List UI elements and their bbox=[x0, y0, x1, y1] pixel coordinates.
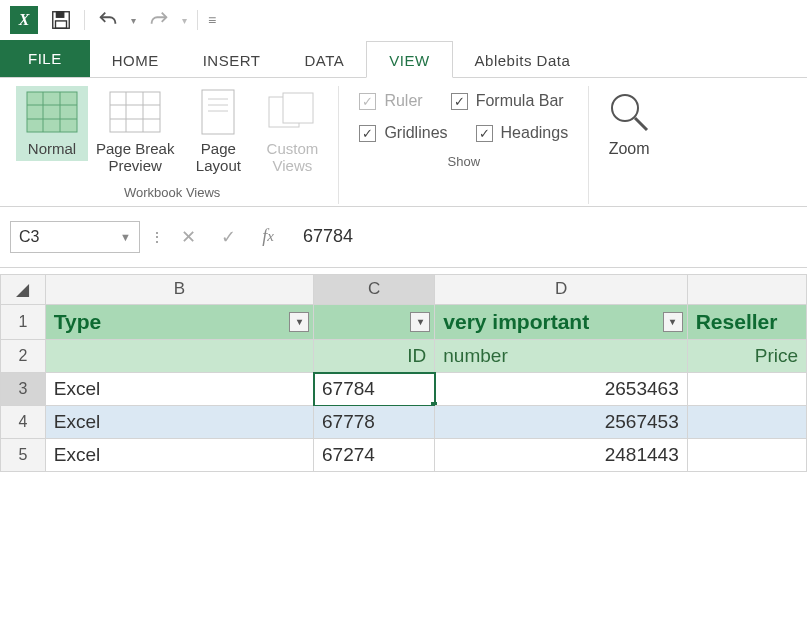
formula-bar-resize-icon[interactable]: ⋮ bbox=[150, 229, 163, 245]
cell[interactable]: Type ▾ bbox=[46, 305, 314, 340]
page-layout-label: Page Layout bbox=[196, 140, 241, 175]
name-box-dropdown-icon[interactable]: ▼ bbox=[120, 231, 131, 243]
page-break-label: Page Break Preview bbox=[96, 140, 174, 175]
filter-dropdown-icon[interactable]: ▾ bbox=[410, 312, 430, 332]
cell[interactable]: Price bbox=[688, 340, 807, 373]
checkbox-icon: ✓ bbox=[359, 125, 376, 142]
col-header-b[interactable]: B bbox=[46, 274, 314, 305]
excel-logo-icon bbox=[10, 6, 38, 34]
tab-ablebits-data[interactable]: Ablebits Data bbox=[453, 42, 593, 77]
table-row: 1 Type ▾ ▾ very important ▾ Reseller bbox=[0, 305, 807, 340]
svg-rect-8 bbox=[110, 92, 160, 132]
cell-value: 2653463 bbox=[605, 378, 679, 400]
enter-button[interactable]: ✓ bbox=[213, 224, 243, 250]
cell-value: 67784 bbox=[322, 378, 375, 400]
headings-label: Headings bbox=[501, 124, 569, 142]
cell[interactable]: Reseller bbox=[688, 305, 807, 340]
cell[interactable]: number bbox=[435, 340, 687, 373]
custom-views-icon bbox=[264, 90, 320, 134]
zoom-icon bbox=[607, 90, 651, 134]
worksheet-grid[interactable]: ◢ B C D 1 Type ▾ ▾ very important ▾ Rese… bbox=[0, 274, 807, 472]
svg-rect-18 bbox=[283, 93, 313, 123]
group-label-show: Show bbox=[448, 148, 481, 173]
select-all-corner[interactable]: ◢ bbox=[0, 274, 46, 305]
row-header-5[interactable]: 5 bbox=[0, 439, 46, 472]
cell-selected[interactable]: 67784 bbox=[314, 373, 435, 406]
cell[interactable]: Excel bbox=[46, 373, 314, 406]
save-icon[interactable] bbox=[48, 7, 74, 33]
cell[interactable]: ▾ bbox=[314, 305, 435, 340]
filter-dropdown-icon[interactable]: ▾ bbox=[289, 312, 309, 332]
customize-qat-icon[interactable]: ≡ bbox=[208, 12, 216, 28]
svg-line-20 bbox=[635, 118, 647, 130]
ruler-checkbox: ✓ Ruler bbox=[359, 92, 422, 110]
row-header-2[interactable]: 2 bbox=[0, 340, 46, 373]
col-header-c[interactable]: C bbox=[314, 274, 435, 305]
ribbon: Normal Page Break Preview Page Layout Cu… bbox=[0, 78, 807, 207]
table-row: 3 Excel 67784 2653463 bbox=[0, 373, 807, 406]
cell[interactable]: 67274 bbox=[314, 439, 435, 472]
filter-dropdown-icon[interactable]: ▾ bbox=[663, 312, 683, 332]
cell[interactable]: 2481443 bbox=[435, 439, 687, 472]
cell-value: number bbox=[443, 345, 507, 367]
name-box-value: C3 bbox=[19, 228, 39, 246]
cell-value: very important bbox=[443, 310, 589, 334]
undo-dropdown-icon[interactable]: ▾ bbox=[131, 15, 136, 26]
group-zoom: Zoom bbox=[589, 86, 669, 204]
checkbox-icon: ✓ bbox=[451, 93, 468, 110]
zoom-button[interactable]: Zoom bbox=[599, 86, 659, 162]
row-header-3[interactable]: 3 bbox=[0, 373, 46, 406]
formula-bar-checkbox[interactable]: ✓ Formula Bar bbox=[451, 92, 564, 110]
headings-checkbox[interactable]: ✓ Headings bbox=[476, 124, 569, 142]
formula-input[interactable] bbox=[293, 221, 797, 253]
checkbox-icon: ✓ bbox=[359, 93, 376, 110]
gridlines-checkbox[interactable]: ✓ Gridlines bbox=[359, 124, 447, 142]
page-break-preview-button[interactable]: Page Break Preview bbox=[90, 86, 180, 179]
table-row: 5 Excel 67274 2481443 bbox=[0, 439, 807, 472]
col-header-d[interactable]: D bbox=[435, 274, 687, 305]
svg-point-19 bbox=[612, 95, 638, 121]
cell[interactable]: Excel bbox=[46, 406, 314, 439]
cell[interactable]: very important ▾ bbox=[435, 305, 687, 340]
row-header-1[interactable]: 1 bbox=[0, 305, 46, 340]
page-layout-button[interactable]: Page Layout bbox=[182, 86, 254, 179]
separator bbox=[197, 10, 198, 30]
col-header-e[interactable] bbox=[688, 274, 807, 305]
cell[interactable]: 67778 bbox=[314, 406, 435, 439]
cell[interactable]: ID bbox=[314, 340, 435, 373]
cell[interactable] bbox=[688, 406, 807, 439]
cell[interactable] bbox=[46, 340, 314, 373]
separator bbox=[84, 10, 85, 30]
cell-value: 67778 bbox=[322, 411, 375, 433]
cell-value: Type bbox=[54, 310, 101, 334]
cell-value: ID bbox=[407, 345, 426, 367]
redo-icon[interactable] bbox=[146, 7, 172, 33]
redo-dropdown-icon[interactable]: ▾ bbox=[182, 15, 187, 26]
row-header-4[interactable]: 4 bbox=[0, 406, 46, 439]
svg-rect-13 bbox=[202, 90, 234, 134]
cancel-button[interactable]: ✕ bbox=[173, 224, 203, 250]
cell[interactable] bbox=[688, 439, 807, 472]
column-headers: ◢ B C D bbox=[0, 274, 807, 305]
tab-file[interactable]: FILE bbox=[0, 40, 90, 77]
tab-data[interactable]: DATA bbox=[282, 42, 366, 77]
tab-insert[interactable]: INSERT bbox=[181, 42, 283, 77]
cell[interactable]: 2567453 bbox=[435, 406, 687, 439]
zoom-label: Zoom bbox=[609, 140, 650, 158]
normal-view-button[interactable]: Normal bbox=[16, 86, 88, 161]
name-box[interactable]: C3 ▼ bbox=[10, 221, 140, 253]
cell[interactable] bbox=[688, 373, 807, 406]
custom-views-button[interactable]: Custom Views bbox=[256, 86, 328, 179]
cell-value: Excel bbox=[54, 444, 100, 466]
cell[interactable]: 2653463 bbox=[435, 373, 687, 406]
gridlines-label: Gridlines bbox=[384, 124, 447, 142]
table-row: 4 Excel 67778 2567453 bbox=[0, 406, 807, 439]
group-show: ✓ Ruler ✓ Formula Bar ✓ Gridlines ✓ Head… bbox=[339, 86, 589, 204]
undo-icon[interactable] bbox=[95, 7, 121, 33]
cell[interactable]: Excel bbox=[46, 439, 314, 472]
insert-function-button[interactable]: fx bbox=[253, 224, 283, 250]
tab-home[interactable]: HOME bbox=[90, 42, 181, 77]
cell-value: Price bbox=[755, 345, 798, 367]
tab-view[interactable]: VIEW bbox=[366, 41, 452, 78]
page-layout-icon bbox=[190, 90, 246, 134]
